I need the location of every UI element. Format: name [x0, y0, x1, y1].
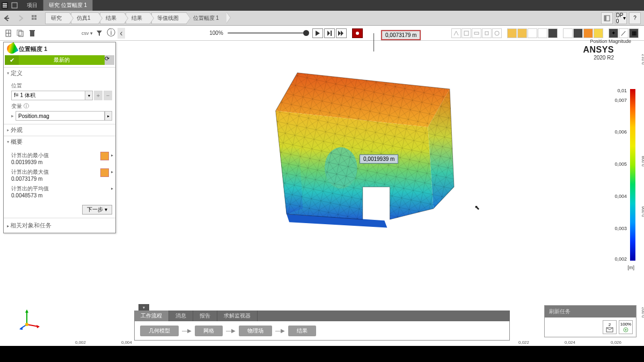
- avg-label: 计算出的平均值: [11, 185, 112, 193]
- panel-pull-icon[interactable]: ▾: [138, 304, 149, 311]
- gear-icon: [623, 327, 629, 333]
- style-btn-5[interactable]: [548, 28, 558, 38]
- refresh-run-box[interactable]: 100%: [619, 320, 633, 334]
- title-tab-project[interactable]: 项目: [21, 0, 43, 11]
- avg-value: 0.0048573 m: [11, 193, 112, 198]
- wf-geometry[interactable]: 几何模型: [140, 326, 179, 336]
- next-button[interactable]: 下一步 ▾: [82, 205, 112, 215]
- grid-icon[interactable]: [28, 11, 42, 25]
- orientation-triad[interactable]: [19, 308, 41, 330]
- location-input[interactable]: [11, 91, 85, 100]
- refresh-title: 刷新任务: [545, 306, 636, 317]
- disp-btn-3[interactable]: [583, 28, 593, 38]
- min-probe-icon[interactable]: [100, 152, 109, 160]
- legend-tick: 0,005: [614, 161, 627, 167]
- svg-rect-7: [34, 15, 36, 17]
- delete-icon[interactable]: [27, 28, 38, 39]
- legend-tick: 0,002: [614, 256, 627, 262]
- back-button[interactable]: [0, 11, 14, 25]
- disp-btn-1[interactable]: [563, 28, 573, 38]
- svg-marker-30: [19, 327, 23, 330]
- misc-btn-1[interactable]: ✦: [609, 28, 618, 38]
- annotation-max[interactable]: 0,0073179 m: [381, 30, 421, 40]
- tab-messages[interactable]: 消息: [169, 311, 193, 321]
- csv-export[interactable]: csv ▾: [82, 31, 93, 36]
- svg-rect-16: [30, 30, 35, 31]
- legend-tick: 0,007: [614, 98, 627, 103]
- variable-more[interactable]: ▸: [105, 111, 112, 121]
- expand-icon[interactable]: ▸: [11, 113, 16, 119]
- legend-unit: [m]: [628, 265, 635, 270]
- crumb-sim[interactable]: 仿真1: [71, 12, 99, 24]
- status-bar: ✔ 最新的 ⟳: [5, 55, 114, 65]
- contour-swatch-icon: [5, 42, 19, 56]
- wf-physics[interactable]: 物理场: [239, 326, 272, 336]
- filter-icon[interactable]: [94, 28, 105, 39]
- design-point-selector[interactable]: DP 0 ▾: [615, 12, 627, 24]
- legend-tick: 0,01: [617, 88, 627, 93]
- forward-button[interactable]: [14, 11, 28, 25]
- legend-tick: 0,003: [614, 226, 627, 231]
- min-arrow-icon[interactable]: ▸: [111, 153, 113, 158]
- svg-rect-3: [3, 6, 7, 8]
- tab-report[interactable]: 报告: [193, 311, 217, 321]
- ruler-vertical: 0,012 0,008 0,006 0,002: [634, 41, 644, 341]
- crumb-study[interactable]: 研究: [45, 12, 70, 24]
- workflow-strip: 几何模型 —▶ 网格 —▶ 物理场 —▶ 结果: [134, 321, 510, 341]
- min-value: 0.0019939 m: [11, 159, 112, 165]
- disp-btn-4[interactable]: [594, 28, 603, 38]
- tab-solver[interactable]: 求解监视器: [217, 311, 258, 321]
- annotation-min[interactable]: 0,0019939 m: [360, 154, 398, 164]
- new-icon[interactable]: [3, 28, 14, 39]
- section-head-definition[interactable]: 定义: [4, 68, 115, 79]
- related-objects[interactable]: 相关对象和任务: [4, 218, 115, 233]
- location-dropdown[interactable]: ▾: [85, 91, 93, 100]
- help-button[interactable]: ?: [629, 12, 641, 24]
- legend: 0,01 0,007 0,006 0,005 0,004 0,003 0,002…: [601, 41, 639, 276]
- svg-marker-28: [36, 325, 40, 328]
- max-probe-icon[interactable]: [100, 168, 109, 177]
- refresh-icon[interactable]: ⟳: [105, 55, 114, 65]
- section-appearance: 外观: [4, 124, 115, 136]
- section-summary: 概要 计算出的最小值 0.0019939 m ▸ 计算出的最大值 0.00731…: [4, 136, 115, 202]
- avg-arrow-icon[interactable]: ▸: [111, 186, 113, 191]
- wf-mesh[interactable]: 网格: [195, 326, 223, 336]
- legend-tick: 0,004: [614, 194, 627, 199]
- props-title: 位置幅度 1: [19, 45, 47, 53]
- svg-rect-15: [30, 31, 34, 36]
- variable-input[interactable]: [16, 111, 105, 121]
- tab-workflow[interactable]: 工作流程: [134, 311, 169, 321]
- title-tab-study[interactable]: 研究 位置幅度 1: [43, 0, 93, 11]
- tool-left: csv ▾ ⓘ ‹: [0, 28, 125, 39]
- max-arrow-icon[interactable]: ▸: [111, 169, 113, 174]
- misc-btn-3[interactable]: ▦: [629, 28, 639, 38]
- cursor-icon: ⬉: [474, 204, 480, 211]
- menu-dark-icon[interactable]: [0, 1, 10, 10]
- svg-rect-1: [3, 3, 7, 4]
- help2-icon[interactable]: ⓘ: [106, 28, 116, 39]
- copy-icon[interactable]: [15, 28, 26, 39]
- svg-point-31: [25, 323, 28, 326]
- layout-icon[interactable]: [601, 12, 613, 24]
- legend-tick: 0,006: [614, 129, 627, 135]
- max-value: 0.0073179 m: [11, 176, 112, 182]
- wf-results[interactable]: 结果: [288, 326, 316, 336]
- section-head-summary[interactable]: 概要: [4, 136, 115, 147]
- svg-rect-11: [604, 16, 606, 21]
- svg-rect-6: [32, 15, 34, 17]
- section-head-appearance[interactable]: 外观: [4, 124, 115, 136]
- misc-btn-2[interactable]: ／: [619, 28, 628, 38]
- leader-max: [374, 33, 374, 51]
- arrow-icon: —▶: [275, 328, 285, 334]
- disp-btn-2[interactable]: [573, 28, 583, 38]
- location-remove[interactable]: −: [104, 91, 112, 100]
- location-label: 位置: [11, 82, 112, 90]
- svg-rect-9: [34, 18, 36, 20]
- crumb-results[interactable]: 结果: [100, 12, 125, 24]
- pending-count-box[interactable]: 2: [603, 320, 617, 334]
- style-btn-4[interactable]: [538, 28, 547, 38]
- model-3d-view[interactable]: 0,0073179 m 0,0019939 m: [123, 0, 537, 298]
- svg-marker-26: [25, 309, 28, 313]
- location-add[interactable]: +: [94, 91, 103, 100]
- window-icon[interactable]: [10, 1, 19, 10]
